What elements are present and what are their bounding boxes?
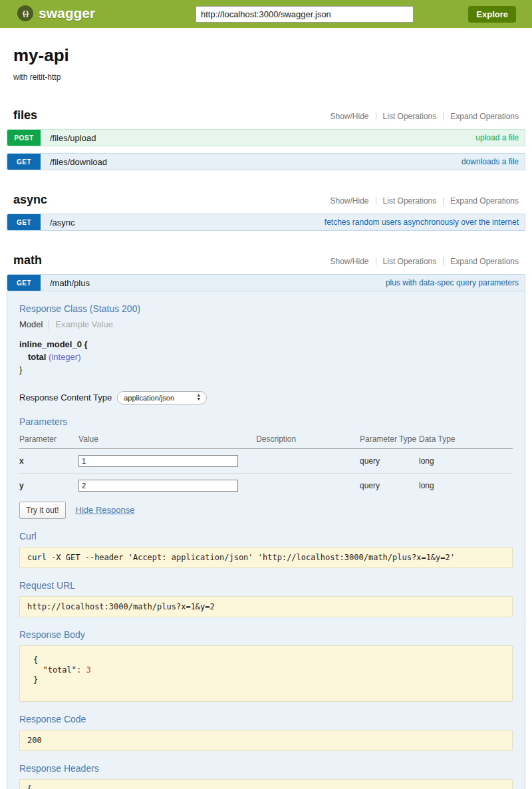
model-close-brace: }	[19, 364, 513, 377]
op-row-files-upload[interactable]: POST /files/upload upload a file	[7, 129, 525, 146]
json-key: "total":	[33, 665, 86, 675]
response-body-code: { "total": 3}	[19, 645, 513, 702]
section-title-math: math	[13, 253, 42, 267]
expand-operations-link[interactable]: Expand Operations	[450, 257, 519, 266]
brand-title: swagger	[39, 5, 95, 21]
method-badge: GET	[7, 154, 41, 170]
curl-command: curl -X GET --header 'Accept: applicatio…	[19, 547, 513, 568]
model-property-line: total (integer)	[19, 351, 513, 364]
col-description: Description	[256, 432, 360, 449]
section-head-files: files Show/Hide List Operations Expand O…	[13, 108, 519, 122]
tab-model[interactable]: Model	[19, 319, 43, 329]
col-parameter-type: Parameter Type	[360, 432, 419, 449]
json-total-line: "total": 3	[33, 665, 499, 675]
expand-operations-link[interactable]: Expand Operations	[450, 196, 519, 206]
parameters-header-row: Parameter Value Description Parameter Ty…	[19, 432, 513, 449]
response-headers-code: { "date": "Sun, 21 Oct 2018 20:07:29 GMT…	[19, 779, 513, 789]
section-links: Show/Hide List Operations Expand Operati…	[331, 257, 519, 266]
op-summary[interactable]: downloads a file	[462, 157, 519, 166]
try-row: Try it out! Hide Response	[19, 502, 513, 519]
model-tabs: Model Example Value	[19, 319, 513, 329]
param-name: x	[19, 448, 78, 473]
param-description	[256, 473, 360, 498]
parameters-table: Parameter Value Description Parameter Ty…	[19, 432, 513, 498]
api-description: with reitit-http	[13, 73, 519, 82]
model-property: total	[28, 352, 46, 362]
model-property-type: (integer)	[49, 352, 80, 362]
op-row-math-plus-get[interactable]: GET /math/plus plus with data-spec query…	[7, 274, 525, 291]
section-links: Show/Hide List Operations Expand Operati…	[331, 196, 519, 206]
param-row-x: x query long	[19, 448, 513, 473]
swagger-braces-icon	[17, 5, 33, 21]
op-path[interactable]: /files/download	[50, 157, 107, 167]
param-data-type: long	[419, 448, 513, 473]
response-content-type-label: Response Content Type	[19, 393, 112, 402]
request-url-heading: Request URL	[19, 580, 513, 591]
show-hide-link[interactable]: Show/Hide	[331, 257, 369, 266]
tab-example-value[interactable]: Example Value	[55, 319, 112, 329]
json-open-brace: {	[33, 655, 499, 665]
expand-operations-link[interactable]: Expand Operations	[450, 112, 519, 121]
model-signature: inline_model_0 { total (integer) }	[19, 339, 513, 377]
curl-heading: Curl	[19, 531, 513, 542]
param-value-input-y[interactable]	[78, 480, 238, 492]
op-block-math-plus-get: GET /math/plus plus with data-spec query…	[7, 274, 525, 789]
op-path[interactable]: /files/upload	[50, 133, 96, 143]
method-badge: GET	[7, 275, 41, 291]
response-content-type-select[interactable]: application/json	[117, 391, 207, 404]
param-type: query	[360, 473, 419, 498]
try-it-out-button[interactable]: Try it out!	[19, 502, 66, 519]
response-code-value: 200	[19, 730, 513, 751]
response-body-heading: Response Body	[19, 629, 513, 640]
json-value: 3	[86, 665, 90, 675]
param-value-input-x[interactable]	[78, 455, 238, 467]
param-row-y: y query long	[19, 473, 513, 498]
api-url-input[interactable]	[196, 6, 414, 23]
link-separator	[376, 257, 376, 265]
method-badge: POST	[7, 130, 41, 146]
col-value: Value	[78, 432, 256, 449]
op-path[interactable]: /async	[50, 218, 75, 228]
op-summary[interactable]: fetches random users asynchronously over…	[325, 218, 519, 227]
col-parameter: Parameter	[19, 432, 78, 449]
request-url-value: http://localhost:3000/math/plus?x=1&y=2	[19, 596, 513, 617]
response-class-heading: Response Class (Status 200)	[19, 303, 513, 314]
section-title-files: files	[13, 108, 37, 122]
swagger-brand[interactable]: swagger	[17, 5, 95, 21]
model-name: inline_model_0 {	[19, 339, 513, 351]
link-separator	[376, 112, 376, 120]
method-badge: GET	[7, 214, 41, 230]
op-summary[interactable]: upload a file	[475, 133, 519, 142]
section-head-async: async Show/Hide List Operations Expand O…	[13, 193, 519, 207]
op-row-async[interactable]: GET /async fetches random users asynchro…	[7, 214, 525, 231]
hide-response-link[interactable]: Hide Response	[76, 505, 135, 515]
response-headers-heading: Response Headers	[19, 763, 513, 774]
response-content-type-select-wrap: application/json	[117, 391, 207, 404]
show-hide-link[interactable]: Show/Hide	[331, 112, 369, 121]
tab-separator	[49, 320, 49, 329]
api-title: my-api	[13, 45, 519, 66]
link-separator	[376, 197, 376, 205]
json-close-brace: }	[33, 675, 499, 685]
op-row-files-download[interactable]: GET /files/download downloads a file	[7, 153, 525, 170]
link-separator	[443, 197, 444, 205]
list-operations-link[interactable]: List Operations	[383, 257, 437, 266]
parameters-heading: Parameters	[19, 416, 513, 427]
param-data-type: long	[419, 473, 513, 498]
operation-detail-panel: Response Class (Status 200) Model Exampl…	[7, 291, 525, 789]
main-content: my-api with reitit-http files Show/Hide …	[7, 45, 525, 789]
param-type: query	[360, 448, 419, 473]
link-separator	[443, 257, 444, 265]
section-links: Show/Hide List Operations Expand Operati…	[331, 112, 519, 121]
show-hide-link[interactable]: Show/Hide	[331, 196, 369, 206]
explore-button[interactable]: Explore	[468, 6, 516, 23]
op-path[interactable]: /math/plus	[50, 278, 90, 288]
list-operations-link[interactable]: List Operations	[383, 112, 437, 121]
list-operations-link[interactable]: List Operations	[383, 196, 437, 206]
response-content-type-row: Response Content Type application/json	[19, 391, 513, 404]
topbar: swagger Explore	[0, 0, 532, 28]
section-title-async: async	[13, 193, 47, 207]
param-name: y	[19, 473, 78, 498]
op-summary[interactable]: plus with data-spec query parameters	[386, 278, 519, 287]
section-head-math: math Show/Hide List Operations Expand Op…	[13, 253, 519, 267]
